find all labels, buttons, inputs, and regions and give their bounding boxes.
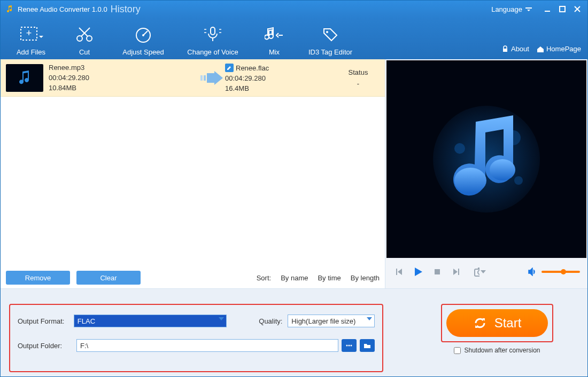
output-format-select[interactable]: FLAC bbox=[74, 315, 227, 327]
home-icon bbox=[537, 45, 544, 53]
shutdown-checkbox-input[interactable] bbox=[454, 347, 461, 354]
snapshot-button[interactable] bbox=[474, 266, 486, 278]
prev-track-button[interactable] bbox=[393, 266, 405, 278]
start-button[interactable]: Start bbox=[446, 309, 548, 337]
status-header: Status bbox=[337, 68, 380, 76]
minimize-button[interactable] bbox=[540, 3, 554, 15]
app-logo-icon bbox=[5, 4, 14, 14]
main-toolbar: + Add Files Cut Adjust Speed Change of V… bbox=[1, 18, 587, 59]
svg-point-12 bbox=[142, 34, 144, 36]
svg-point-27 bbox=[454, 168, 486, 193]
close-button[interactable] bbox=[570, 3, 584, 15]
start-area: Start Shutdown after conversion bbox=[383, 304, 579, 372]
file-thumbnail bbox=[6, 64, 43, 92]
svg-point-26 bbox=[514, 176, 523, 185]
source-duration: 00:04:29.280 bbox=[49, 74, 198, 82]
status-column: Status - bbox=[337, 68, 380, 88]
mix-button[interactable]: Mix bbox=[253, 23, 296, 56]
speaker-icon bbox=[528, 268, 537, 276]
chevron-down-icon bbox=[481, 270, 486, 273]
svg-rect-1 bbox=[560, 6, 565, 12]
svg-point-24 bbox=[454, 143, 465, 154]
scissors-icon bbox=[72, 23, 97, 45]
svg-rect-29 bbox=[435, 269, 440, 274]
file-row[interactable]: Renee.mp3 00:04:29.280 10.84MB Renee.fla… bbox=[1, 59, 385, 97]
id3-tag-editor-button[interactable]: ID3 Tag Editor bbox=[301, 23, 360, 56]
volume-slider[interactable] bbox=[541, 271, 580, 273]
shutdown-checkbox[interactable]: Shutdown after conversion bbox=[454, 347, 540, 354]
refresh-icon bbox=[473, 316, 487, 330]
play-button[interactable] bbox=[412, 266, 424, 278]
next-track-button[interactable] bbox=[451, 266, 462, 278]
output-format-label: Output Format: bbox=[18, 317, 74, 325]
sort-by-time[interactable]: By time bbox=[318, 274, 341, 282]
source-filename: Renee.mp3 bbox=[49, 64, 198, 72]
lock-icon bbox=[501, 45, 509, 53]
open-folder-button[interactable] bbox=[360, 339, 375, 352]
chevron-down-icon bbox=[367, 317, 372, 320]
destination-duration: 00:04:29.280 bbox=[225, 74, 311, 82]
tag-icon bbox=[318, 23, 343, 45]
language-selector[interactable]: Language bbox=[491, 5, 532, 13]
sort-label: Sort: bbox=[257, 274, 271, 282]
cut-button[interactable]: Cut bbox=[60, 23, 109, 56]
speedometer-icon bbox=[131, 23, 156, 45]
add-files-icon: + bbox=[19, 23, 43, 45]
remove-button[interactable]: Remove bbox=[6, 271, 70, 285]
dropdown-icon bbox=[525, 6, 532, 12]
quality-select[interactable]: High(Larger file size) bbox=[288, 315, 375, 327]
history-link[interactable]: History bbox=[111, 4, 141, 15]
svg-rect-20 bbox=[503, 49, 507, 52]
source-size: 10.84MB bbox=[49, 84, 198, 92]
more-folder-button[interactable] bbox=[342, 339, 357, 352]
volume-control[interactable] bbox=[528, 268, 580, 276]
preview-canvas bbox=[386, 60, 586, 258]
sort-by-name[interactable]: By name bbox=[281, 274, 308, 282]
convert-arrow-icon bbox=[198, 65, 225, 91]
svg-point-19 bbox=[326, 31, 328, 33]
title-bar: Renee Audio Converter 1.0.0 History Lang… bbox=[1, 1, 587, 18]
svg-point-31 bbox=[478, 270, 479, 274]
svg-point-34 bbox=[349, 345, 350, 347]
microphone-icon bbox=[200, 23, 225, 45]
svg-line-8 bbox=[81, 28, 90, 36]
svg-line-9 bbox=[79, 28, 88, 36]
add-files-button[interactable]: + Add Files bbox=[7, 23, 55, 56]
svg-rect-13 bbox=[211, 27, 215, 35]
content-area: Renee.mp3 00:04:29.280 10.84MB Renee.fla… bbox=[1, 59, 587, 289]
about-link[interactable]: About bbox=[501, 45, 529, 53]
preview-panel bbox=[385, 59, 587, 288]
svg-point-33 bbox=[346, 345, 348, 347]
file-list: Renee.mp3 00:04:29.280 10.84MB Renee.fla… bbox=[1, 59, 385, 267]
output-folder-input[interactable]: F:\ bbox=[76, 339, 338, 352]
quality-label: Quality: bbox=[259, 317, 282, 325]
output-settings-panel: Output Format: FLAC Quality: High(Larger… bbox=[9, 304, 383, 372]
language-label: Language bbox=[491, 5, 522, 13]
change-voice-button[interactable]: Change of Voice bbox=[178, 23, 247, 56]
destination-filename: Renee.flac bbox=[225, 64, 311, 72]
player-controls bbox=[385, 259, 587, 285]
svg-rect-21 bbox=[200, 75, 203, 81]
edit-icon[interactable] bbox=[225, 64, 234, 72]
svg-text:+: + bbox=[26, 28, 32, 38]
clear-button[interactable]: Clear bbox=[76, 271, 141, 285]
stop-button[interactable] bbox=[431, 266, 443, 278]
source-info: Renee.mp3 00:04:29.280 10.84MB bbox=[49, 64, 198, 92]
app-title: Renee Audio Converter 1.0.0 bbox=[18, 5, 107, 13]
bottom-panel: Output Format: FLAC Quality: High(Larger… bbox=[1, 289, 587, 376]
chevron-down-icon bbox=[219, 317, 224, 320]
homepage-link[interactable]: HomePage bbox=[537, 45, 581, 53]
list-footer: Remove Clear Sort: By name By time By le… bbox=[1, 267, 385, 288]
mix-icon bbox=[262, 23, 287, 45]
adjust-speed-button[interactable]: Adjust Speed bbox=[114, 23, 173, 56]
sort-bar: Sort: By name By time By length bbox=[257, 274, 380, 282]
svg-rect-22 bbox=[204, 75, 206, 81]
maximize-button[interactable] bbox=[555, 3, 569, 15]
svg-point-35 bbox=[351, 345, 352, 347]
svg-rect-32 bbox=[478, 268, 479, 269]
status-value: - bbox=[337, 80, 380, 88]
sort-by-length[interactable]: By length bbox=[351, 274, 380, 282]
svg-point-28 bbox=[490, 159, 515, 180]
file-list-panel: Renee.mp3 00:04:29.280 10.84MB Renee.fla… bbox=[1, 59, 385, 288]
app-window: Renee Audio Converter 1.0.0 History Lang… bbox=[0, 0, 588, 377]
